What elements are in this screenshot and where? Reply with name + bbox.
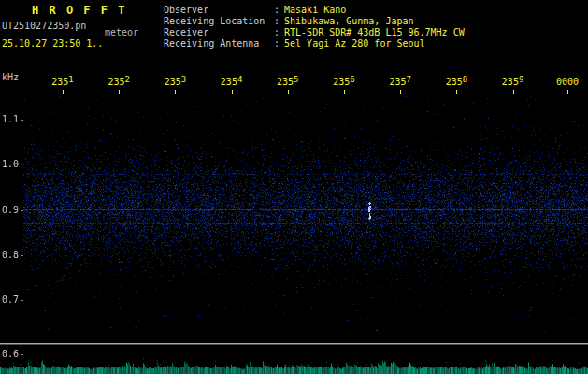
signal-level-strip-canvas: [0, 332, 588, 374]
time-tick-mark: [456, 90, 457, 94]
info-label: Observer: [164, 5, 274, 16]
info-row-location: Receiving Location:Shibukawa, Gunma, Jap…: [164, 16, 465, 27]
time-tick-mark: [288, 90, 289, 94]
time-tick-label: 2355: [277, 77, 298, 87]
time-tick-mark: [513, 90, 514, 94]
info-value: Shibukawa, Gunma, Japan: [284, 16, 413, 26]
info-value: Masaki Kano: [284, 5, 346, 15]
time-tick-label: 2353: [165, 77, 186, 87]
freq-tick-label: 0.7: [0, 295, 19, 305]
info-row-observer: Observer:Masaki Kano: [164, 5, 465, 16]
info-row-receiver: Receiver:RTL-SDR SDR# 43dB L15 96.7MHz C…: [164, 27, 465, 38]
freq-tick-label: 0.8: [0, 250, 19, 260]
time-tick-mark: [400, 90, 401, 94]
info-label: Receiving Antenna: [164, 38, 274, 50]
info-separator: :: [274, 5, 280, 15]
freq-tick-label: 1.1: [0, 114, 19, 124]
frequency-axis: 1.11.00.90.80.70.6: [0, 0, 28, 374]
info-separator: :: [274, 16, 280, 26]
time-tick-label: 2357: [389, 77, 410, 87]
time-tick-label: 2354: [221, 77, 242, 87]
time-tick-label: 2352: [108, 77, 129, 87]
time-tick-mark: [232, 90, 233, 94]
time-tick-mark: [119, 90, 120, 94]
time-tick-label: 2356: [333, 77, 354, 87]
info-value: RTL-SDR SDR# 43dB L15 96.7MHz CW: [284, 27, 465, 37]
time-axis: 2351235223532354235523562357235823590000: [0, 77, 588, 94]
hrofft-window: H R O F F T UT2510272350.pn meteor 25.10…: [0, 0, 588, 374]
station-code: meteor: [105, 27, 138, 37]
info-value: 5el Yagi Az 280 for Seoul: [284, 38, 425, 49]
info-label: Receiving Location: [164, 16, 274, 27]
info-separator: :: [274, 38, 280, 49]
time-tick-label: 2359: [502, 77, 523, 87]
time-tick-mark: [567, 90, 568, 94]
time-tick-mark: [175, 90, 176, 94]
freq-tick-mark: [21, 165, 23, 165]
time-tick-mark: [344, 90, 345, 94]
freq-tick-mark: [21, 210, 23, 211]
freq-tick-mark: [21, 120, 23, 121]
receiver-info-block: Observer:Masaki Kano Receiving Location:…: [164, 5, 465, 50]
time-tick-label: 0000: [556, 77, 579, 87]
freq-tick-label: 0.9: [0, 205, 19, 215]
freq-tick-mark: [21, 300, 23, 301]
time-tick-label: 2358: [446, 77, 467, 87]
info-separator: :: [274, 27, 280, 37]
freq-tick-label: 1.0: [0, 159, 19, 169]
info-row-antenna: Receiving Antenna:5el Yagi Az 280 for Se…: [164, 38, 465, 50]
app-title: H R O F F T: [32, 4, 126, 17]
time-tick-mark: [63, 90, 64, 94]
freq-tick-mark: [21, 354, 23, 355]
freq-tick-mark: [21, 255, 23, 256]
spectrogram-canvas: [23, 94, 588, 332]
time-tick-label: 2351: [51, 77, 73, 87]
freq-tick-label: 0.6: [0, 349, 19, 359]
info-label: Receiver: [164, 27, 274, 38]
